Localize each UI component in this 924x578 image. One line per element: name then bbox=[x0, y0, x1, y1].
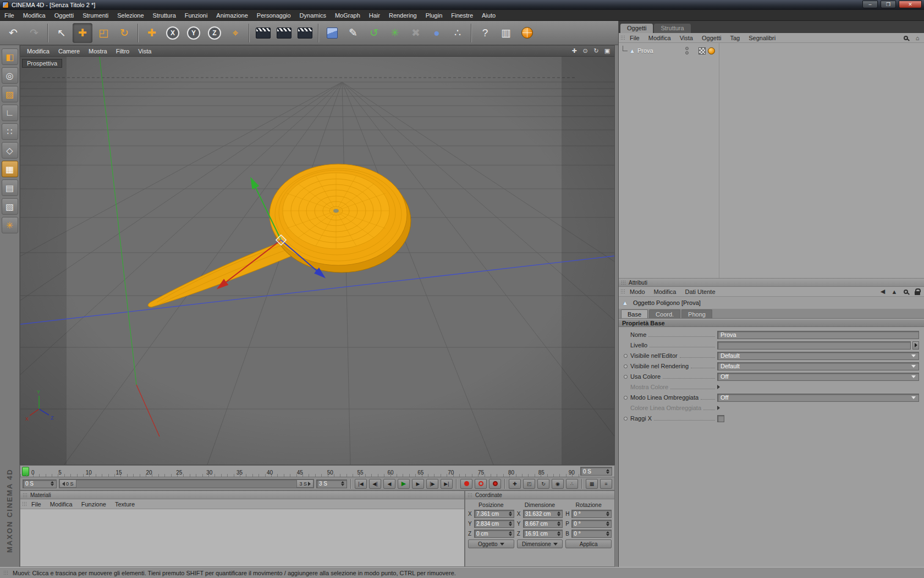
range-start-field[interactable]: 0 S bbox=[23, 479, 57, 488]
move-tool[interactable]: ✚ bbox=[73, 23, 92, 43]
workplane-mode-button[interactable]: ∟ bbox=[2, 105, 18, 121]
section-header-proprieta-base[interactable]: Proprietà Base bbox=[619, 319, 924, 327]
previous-frame-button[interactable]: ◀ bbox=[383, 479, 395, 489]
range-end-field[interactable]: 3 S bbox=[316, 479, 347, 488]
render-view-button[interactable] bbox=[253, 23, 273, 43]
rotation-p-field[interactable]: 0 ° bbox=[571, 520, 612, 528]
drag-grip-icon[interactable] bbox=[621, 280, 626, 285]
home-icon[interactable]: ⌂ bbox=[912, 34, 922, 42]
close-button[interactable]: ✕ bbox=[899, 1, 922, 8]
lock-z-axis-button[interactable]: Z bbox=[205, 23, 224, 43]
help-button[interactable]: ? bbox=[475, 23, 495, 43]
menu-animazione[interactable]: Animazione bbox=[212, 10, 252, 20]
render-visibility-dot[interactable] bbox=[685, 51, 689, 54]
livello-field[interactable] bbox=[717, 341, 911, 350]
tab-coord[interactable]: Coord. bbox=[649, 309, 680, 318]
om-menu-vista[interactable]: Vista bbox=[675, 35, 697, 41]
online-button[interactable] bbox=[517, 23, 537, 43]
menu-hair[interactable]: Hair bbox=[365, 10, 384, 20]
next-frame-button[interactable]: ▶ bbox=[412, 479, 424, 489]
vp-menu-vista[interactable]: Vista bbox=[134, 48, 156, 54]
materials-menu-modifica[interactable]: Modifica bbox=[46, 501, 77, 508]
om-menu-oggetti[interactable]: Oggetti bbox=[697, 35, 725, 41]
object-name-label[interactable]: Prova bbox=[637, 47, 653, 54]
make-editable-button[interactable]: ◧ bbox=[2, 48, 18, 65]
search-icon[interactable] bbox=[901, 34, 911, 42]
add-nurbs-button[interactable]: ↺ bbox=[364, 23, 384, 43]
animation-dot[interactable] bbox=[624, 417, 628, 421]
record-options-button[interactable] bbox=[489, 479, 501, 489]
menu-dynamics[interactable]: Dynamics bbox=[295, 10, 331, 20]
size-y-field[interactable]: 8.667 cm bbox=[523, 520, 563, 528]
om-menu-segnalibri[interactable]: Segnalibri bbox=[744, 35, 780, 41]
toggle-view-icon[interactable]: ▣ bbox=[602, 47, 612, 56]
menu-oggetti[interactable]: Oggetti bbox=[50, 10, 78, 20]
last-tool[interactable]: ✚ bbox=[142, 23, 162, 43]
drag-grip-icon[interactable] bbox=[23, 493, 28, 498]
size-x-field[interactable]: 31.632 cm bbox=[523, 510, 563, 518]
current-frame-field[interactable]: 0 S bbox=[580, 467, 612, 476]
add-environment-button[interactable]: ● bbox=[427, 23, 447, 43]
om-menu-file[interactable]: File bbox=[625, 35, 644, 41]
record-parameter-toggle[interactable]: ◉ bbox=[552, 479, 564, 489]
snap-settings-button[interactable]: ✳ bbox=[2, 217, 18, 233]
lock-icon[interactable] bbox=[912, 288, 922, 296]
polygon-selection-tag-icon[interactable] bbox=[698, 47, 706, 54]
rotate-view-icon[interactable]: ↻ bbox=[591, 47, 601, 56]
vp-menu-camere[interactable]: Camere bbox=[54, 48, 84, 54]
add-deformer-button[interactable]: ✖ bbox=[406, 23, 426, 43]
minimize-button[interactable]: – bbox=[862, 1, 878, 8]
add-spline-button[interactable]: ✎ bbox=[343, 23, 363, 43]
texture-axis-mode-button[interactable]: ▧ bbox=[2, 198, 18, 215]
menu-mograph[interactable]: MoGraph bbox=[331, 10, 365, 20]
texture-mode-button[interactable]: ▨ bbox=[2, 86, 18, 102]
goto-end-button[interactable]: ▶| bbox=[441, 479, 453, 489]
undo-icon[interactable]: ↶ bbox=[3, 23, 23, 43]
materials-list-area[interactable] bbox=[20, 509, 464, 566]
viewport-camera-label[interactable]: Prospettiva bbox=[22, 59, 62, 68]
vp-menu-mostra[interactable]: Mostra bbox=[84, 48, 112, 54]
visibile-editor-dropdown[interactable]: Default bbox=[717, 352, 919, 360]
tab-oggetti[interactable]: Oggetti bbox=[620, 24, 653, 33]
live-selection-tool[interactable]: ↖ bbox=[52, 23, 72, 43]
render-picture-viewer-button[interactable] bbox=[274, 23, 294, 43]
viewport-canvas[interactable]: Y X Z bbox=[20, 57, 614, 465]
keyframe-selection-button[interactable]: ▦ bbox=[586, 479, 598, 489]
tab-struttura[interactable]: Struttura bbox=[654, 24, 690, 33]
attr-menu-modo[interactable]: Modo bbox=[625, 288, 650, 295]
model-mode-button[interactable]: ◎ bbox=[2, 67, 18, 84]
rotate-tool[interactable]: ↻ bbox=[114, 23, 134, 43]
materials-menu-file[interactable]: File bbox=[27, 501, 46, 508]
coordinate-mode-dropdown[interactable]: Oggetto bbox=[468, 539, 514, 548]
animation-dot[interactable] bbox=[624, 396, 628, 400]
apply-button[interactable]: Applica bbox=[565, 539, 612, 548]
tab-base[interactable]: Base bbox=[621, 309, 648, 318]
menu-strumenti[interactable]: Strumenti bbox=[78, 10, 113, 20]
layout-button[interactable]: ▥ bbox=[496, 23, 516, 43]
position-y-field[interactable]: 2.834 cm bbox=[474, 520, 514, 528]
menu-modifica[interactable]: Modifica bbox=[19, 10, 50, 20]
menu-rendering[interactable]: Rendering bbox=[384, 10, 421, 20]
animation-dot[interactable] bbox=[624, 354, 628, 358]
drag-grip-icon[interactable] bbox=[620, 289, 625, 294]
search-icon[interactable] bbox=[901, 288, 911, 296]
nome-field[interactable]: Prova bbox=[717, 331, 919, 339]
add-modeling-object-button[interactable]: ✳ bbox=[385, 23, 405, 43]
menu-personaggio[interactable]: Personaggio bbox=[252, 10, 295, 20]
drag-grip-icon[interactable] bbox=[620, 35, 625, 40]
next-key-button[interactable]: |▶ bbox=[426, 479, 438, 489]
range-start-handle[interactable]: 0 S bbox=[59, 479, 76, 488]
livello-picker-button[interactable] bbox=[912, 341, 919, 350]
menu-funzioni[interactable]: Funzioni bbox=[180, 10, 212, 20]
record-scale-toggle[interactable]: ◰ bbox=[523, 479, 535, 489]
vp-menu-filtro[interactable]: Filtro bbox=[112, 48, 134, 54]
goto-start-button[interactable]: |◀ bbox=[355, 479, 367, 489]
play-button[interactable]: ▶ bbox=[398, 479, 410, 489]
polygons-mode-button[interactable]: ▦ bbox=[2, 161, 18, 177]
drag-grip-icon[interactable] bbox=[468, 493, 472, 498]
om-menu-tag[interactable]: Tag bbox=[725, 35, 744, 41]
animation-dot[interactable] bbox=[624, 364, 628, 368]
size-mode-dropdown[interactable]: Dimensione bbox=[517, 539, 563, 548]
menu-file[interactable]: File bbox=[0, 10, 19, 20]
visibile-rendering-dropdown[interactable]: Default bbox=[717, 362, 919, 370]
